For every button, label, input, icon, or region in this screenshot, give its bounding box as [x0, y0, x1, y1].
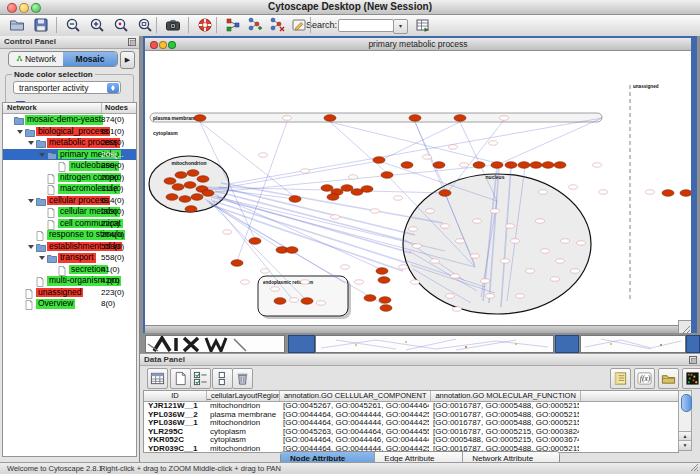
- network-node[interactable]: [471, 254, 480, 258]
- network-node[interactable]: [164, 178, 176, 185]
- tree-row[interactable]: metabolic process280(0): [3, 137, 136, 149]
- network-node[interactable]: [394, 196, 403, 200]
- network-node[interactable]: [577, 241, 586, 245]
- network-node[interactable]: [593, 163, 602, 167]
- table-row[interactable]: YPL036W__1mitochondrion[GO:0044464, GO:0…: [144, 419, 678, 428]
- new-document-icon[interactable]: [170, 368, 191, 389]
- network-node[interactable]: [191, 194, 203, 201]
- network-node[interactable]: [324, 115, 336, 122]
- network-node[interactable]: [456, 239, 465, 243]
- zoom-fit-icon[interactable]: [134, 16, 156, 35]
- network-node[interactable]: [364, 295, 376, 302]
- tree-row[interactable]: macromolecule311(0): [3, 183, 136, 195]
- network-node[interactable]: [454, 115, 466, 122]
- save-icon[interactable]: [30, 16, 52, 35]
- table-row[interactable]: YPL036W__2plasma membrane[GO:0044464, GO…: [144, 411, 678, 420]
- tree-row[interactable]: nitrogen compo209(0): [3, 172, 136, 184]
- expand-triangle-icon[interactable]: [28, 199, 34, 203]
- network-node[interactable]: [371, 209, 380, 213]
- table-column-header[interactable]: annotation.GO MOLECULAR_FUNCTION: [431, 391, 581, 401]
- formula-fx-icon[interactable]: f(x): [634, 368, 655, 389]
- table-column-header[interactable]: ID: [144, 391, 207, 401]
- network-node[interactable]: [301, 280, 310, 284]
- network-node[interactable]: [441, 224, 450, 228]
- network-node[interactable]: [327, 194, 339, 201]
- zoom-out-icon[interactable]: [62, 16, 84, 35]
- table-row[interactable]: YJR121W__1mitochondrion[GO:0045267, GO:0…: [144, 402, 678, 411]
- network-node[interactable]: [536, 219, 545, 223]
- snapshot-camera-icon[interactable]: [162, 16, 184, 35]
- heatmap-matrix-icon[interactable]: [682, 368, 700, 389]
- network-node[interactable]: [289, 196, 301, 203]
- network-node[interactable]: [185, 206, 197, 213]
- network-node[interactable]: [511, 239, 520, 243]
- network-node[interactable]: [341, 185, 353, 192]
- network-node[interactable]: [453, 307, 462, 311]
- destroy-view-icon[interactable]: [266, 16, 288, 35]
- zoom-selected-icon[interactable]: [110, 16, 132, 35]
- tab-overflow-button[interactable]: ▶: [120, 51, 135, 69]
- network-node[interactable]: [413, 244, 422, 248]
- network-node[interactable]: [446, 294, 455, 298]
- network-node[interactable]: [194, 115, 206, 122]
- unselect-attributes-icon[interactable]: [212, 368, 233, 389]
- node-color-dropdown[interactable]: transporter activity: [13, 81, 121, 94]
- scrollbar-thumb[interactable]: [681, 394, 692, 412]
- tree-column-network[interactable]: Network: [3, 103, 102, 113]
- window-resize-grip[interactable]: [678, 320, 691, 333]
- tree-row[interactable]: nucleobase-209(0): [3, 160, 136, 172]
- tree-row[interactable]: mosaic-demo-yeast874(0): [3, 114, 136, 126]
- network-node[interactable]: [409, 115, 421, 122]
- background-window-fragment[interactable]: [145, 335, 285, 353]
- network-node[interactable]: [449, 145, 458, 149]
- trash-icon[interactable]: [232, 368, 253, 389]
- create-view-icon[interactable]: [244, 16, 266, 35]
- app-resize-grip[interactable]: [689, 462, 699, 474]
- tree-row[interactable]: establishment of lo558(0): [3, 241, 136, 253]
- network-node[interactable]: [223, 230, 232, 234]
- network-node[interactable]: [317, 301, 326, 305]
- float-panel-icon[interactable]: [128, 38, 136, 46]
- network-node[interactable]: [554, 162, 566, 169]
- network-node[interactable]: [259, 153, 268, 157]
- network-node[interactable]: [261, 269, 270, 273]
- background-window-fragment[interactable]: [315, 335, 554, 353]
- network-node[interactable]: [423, 155, 432, 159]
- select-attributes-icon[interactable]: [190, 368, 211, 389]
- network-node[interactable]: [451, 274, 460, 278]
- network-node[interactable]: [378, 277, 390, 284]
- tree-row[interactable]: Overview8(0): [3, 298, 136, 310]
- network-node[interactable]: [473, 162, 485, 169]
- tree-row[interactable]: response to stimulu264(0): [3, 229, 136, 241]
- network-node[interactable]: [202, 190, 214, 197]
- tree-column-nodes[interactable]: Nodes: [102, 103, 136, 113]
- network-node[interactable]: [349, 175, 358, 179]
- network-node[interactable]: [530, 162, 542, 169]
- network-node[interactable]: [301, 169, 310, 173]
- network-window-titlebar[interactable]: primary metabolic process: [145, 36, 691, 51]
- float-panel-icon[interactable]: [689, 356, 697, 364]
- zoom-in-icon[interactable]: [86, 16, 108, 35]
- network-node[interactable]: [556, 259, 565, 263]
- network-node[interactable]: [518, 162, 530, 169]
- network-node[interactable]: [184, 182, 196, 189]
- network-node[interactable]: [361, 186, 373, 193]
- network-node[interactable]: [539, 190, 548, 194]
- open-attribute-folder-icon[interactable]: [658, 368, 679, 389]
- network-node[interactable]: [401, 162, 413, 169]
- table-scrollbar[interactable]: ▲ ▼: [678, 390, 692, 451]
- network-node[interactable]: [646, 190, 655, 194]
- search-input[interactable]: [338, 19, 394, 32]
- tree-row[interactable]: transport558(0): [3, 252, 136, 264]
- tree-row[interactable]: cell communicat22(0): [3, 218, 136, 230]
- network-node[interactable]: [516, 294, 525, 298]
- search-dropdown-button[interactable]: ▾: [393, 19, 408, 34]
- network-node[interactable]: [286, 247, 298, 254]
- help-lifering-icon[interactable]: [194, 16, 216, 35]
- background-window-fragment[interactable]: [288, 335, 315, 353]
- network-node[interactable]: [380, 305, 392, 312]
- expand-triangle-icon[interactable]: [28, 245, 34, 249]
- network-grid-icon[interactable]: [222, 16, 244, 35]
- network-node[interactable]: [491, 162, 503, 169]
- network-node[interactable]: [175, 172, 187, 179]
